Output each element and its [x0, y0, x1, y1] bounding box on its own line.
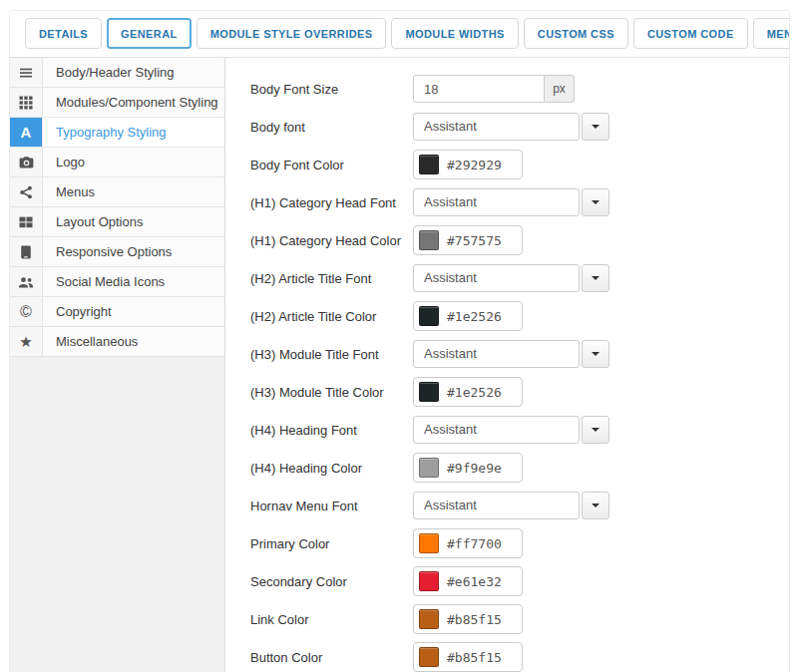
body-font-size-input[interactable]: [413, 75, 545, 103]
h2-article-title-font-select: Assistant: [413, 264, 609, 292]
caret-down-icon: [592, 200, 599, 204]
field-row-h1-category-head-font: (H1) Category Head FontAssistant: [250, 187, 789, 217]
sidebar-item-social-media-icons[interactable]: Social Media Icons: [10, 267, 224, 297]
h1-category-head-font-select: Assistant: [413, 188, 609, 216]
field-row-link-color: Link Color#b85f15: [250, 604, 789, 634]
caret-down-icon: [592, 125, 599, 129]
field-row-primary-color: Primary Color#ff7700: [250, 528, 789, 558]
sidebar-item-label: Miscellaneous: [43, 327, 224, 356]
field-row-body-font-color: Body Font Color#292929: [250, 150, 789, 179]
select-value[interactable]: Assistant: [413, 416, 580, 444]
h3-module-title-color-picker[interactable]: #1e2526: [413, 377, 523, 407]
body-font-color-picker[interactable]: #292929: [413, 150, 523, 179]
sidebar-item-copyright[interactable]: ©Copyright: [10, 297, 224, 327]
h2-article-title-color-picker[interactable]: #1e2526: [413, 301, 523, 331]
field-row-h2-article-title-color: (H2) Article Title Color#1e2526: [250, 301, 789, 331]
field-row-hornav-menu-font: Hornav Menu FontAssistant: [250, 491, 789, 520]
sidebar-item-label: Layout Options: [43, 207, 224, 236]
field-label: (H4) Heading Font: [250, 423, 413, 438]
h3-module-title-font-select: Assistant: [413, 340, 609, 368]
color-hex-value: #1e2526: [447, 309, 502, 324]
sidebar-item-menus[interactable]: Menus: [10, 177, 224, 207]
color-swatch: [419, 571, 439, 591]
dropdown-button[interactable]: [582, 264, 609, 292]
dropdown-button[interactable]: [582, 113, 609, 141]
field-row-secondary-color: Secondary Color#e61e32: [250, 566, 789, 596]
tab-details[interactable]: DETAILS: [25, 18, 102, 49]
field-label: Primary Color: [250, 536, 413, 551]
number-input-group: px: [413, 75, 575, 103]
tab-module-style-overrides[interactable]: MODULE STYLE OVERRIDES: [197, 18, 387, 49]
settings-panel: DETAILSGENERALMODULE STYLE OVERRIDESMODU…: [9, 10, 790, 672]
color-swatch: [419, 230, 439, 250]
layout-grid-icon: [10, 207, 43, 236]
general-panel: Body/Header StylingModules/Component Sty…: [10, 57, 789, 672]
field-label: Body font: [250, 120, 413, 135]
sidebar-item-typography-styling[interactable]: ATypography Styling: [10, 118, 224, 148]
field-row-h4-heading-font: (H4) Heading FontAssistant: [250, 415, 789, 445]
select-value[interactable]: Assistant: [413, 113, 580, 141]
field-label: Link Color: [250, 612, 413, 627]
sidebar-item-label: Copyright: [43, 297, 224, 326]
field-label: Body Font Size: [250, 82, 413, 97]
star-icon: ★: [10, 327, 43, 356]
color-hex-value: #757575: [447, 233, 502, 248]
select-value[interactable]: Assistant: [413, 340, 580, 368]
share-icon: [10, 177, 43, 206]
tab-menu-assignment[interactable]: MENU ASSIGNMENT: [753, 18, 790, 49]
tab-module-widths[interactable]: MODULE WIDTHS: [391, 18, 518, 49]
field-label: (H4) Heading Color: [250, 461, 413, 476]
select-value[interactable]: Assistant: [413, 188, 580, 216]
color-hex-value: #b85f15: [447, 650, 502, 665]
h4-heading-font-select: Assistant: [413, 416, 609, 444]
primary-color-picker[interactable]: #ff7700: [413, 528, 523, 558]
link-color-picker[interactable]: #b85f15: [413, 604, 523, 634]
caret-down-icon: [592, 352, 599, 356]
tab-general[interactable]: GENERAL: [107, 18, 192, 49]
dropdown-button[interactable]: [582, 188, 609, 216]
dropdown-button[interactable]: [582, 416, 609, 444]
sidebar-item-modules-component-styling[interactable]: Modules/Component Styling: [10, 88, 224, 118]
sidebar-item-label: Typography Styling: [43, 118, 224, 147]
field-label: Body Font Color: [250, 158, 413, 172]
sidebar-item-label: Modules/Component Styling: [43, 88, 224, 117]
color-hex-value: #1e2526: [447, 385, 502, 400]
select-value[interactable]: Assistant: [413, 264, 580, 292]
field-row-h3-module-title-color: (H3) Module Title Color#1e2526: [250, 377, 789, 407]
field-row-h2-article-title-font: (H2) Article Title FontAssistant: [250, 263, 789, 293]
dropdown-button[interactable]: [582, 340, 609, 368]
secondary-color-picker[interactable]: #e61e32: [413, 566, 523, 596]
caret-down-icon: [592, 428, 599, 432]
field-label: (H1) Category Head Color: [250, 233, 413, 248]
tab-custom-code[interactable]: CUSTOM CODE: [633, 18, 748, 49]
camera-icon: [10, 148, 43, 176]
users-icon: [10, 267, 43, 296]
grid-icon: [10, 88, 43, 117]
dropdown-button[interactable]: [582, 492, 609, 519]
color-hex-value: #9f9e9e: [447, 461, 502, 476]
unit-suffix: px: [545, 75, 575, 103]
sidebar-item-logo[interactable]: Logo: [10, 148, 224, 177]
h1-category-head-color-picker[interactable]: #757575: [413, 225, 523, 255]
h4-heading-color-picker[interactable]: #9f9e9e: [413, 453, 523, 483]
field-row-h4-heading-color: (H4) Heading Color#9f9e9e: [250, 453, 789, 483]
menu-icon: [10, 58, 43, 87]
sidebar-item-miscellaneous[interactable]: ★Miscellaneous: [10, 327, 224, 357]
field-row-body-font: Body fontAssistant: [250, 112, 789, 142]
sidebar-item-layout-options[interactable]: Layout Options: [10, 207, 224, 237]
sidebar-item-label: Social Media Icons: [43, 267, 224, 296]
button-color-picker[interactable]: #b85f15: [413, 642, 523, 672]
tab-custom-css[interactable]: CUSTOM CSS: [524, 18, 628, 49]
tablet-icon: [10, 237, 43, 266]
caret-down-icon: [592, 504, 599, 507]
color-swatch: [419, 382, 439, 402]
select-value[interactable]: Assistant: [413, 492, 580, 519]
color-swatch: [419, 609, 439, 629]
sidebar-item-label: Menus: [43, 177, 224, 206]
field-label: (H3) Module Title Font: [250, 347, 413, 362]
field-label: (H3) Module Title Color: [250, 385, 413, 400]
field-row-button-color: Button Color#b85f15: [250, 642, 789, 672]
sidebar-item-body-header-styling[interactable]: Body/Header Styling: [10, 58, 224, 88]
field-label: (H2) Article Title Font: [250, 271, 413, 286]
sidebar-item-responsive-options[interactable]: Responsive Options: [10, 237, 224, 267]
